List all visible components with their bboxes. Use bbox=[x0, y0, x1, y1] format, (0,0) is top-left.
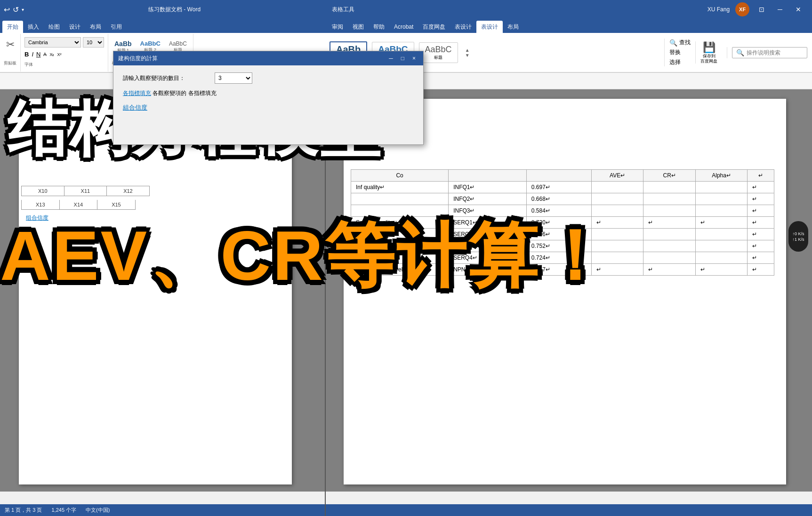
th-item bbox=[449, 170, 527, 182]
clipboard-label: 剪贴板 bbox=[4, 60, 16, 66]
table-row: SERQ3↵ 0.752↵ ↵ bbox=[351, 240, 774, 252]
word-count: 1,245 个字 bbox=[51, 507, 76, 514]
title-bar-right: 表格工具 XU Fang XF ⊡ ─ ✕ bbox=[325, 0, 812, 19]
cell-loading-serq2: 0.696↵ bbox=[526, 229, 591, 240]
right-data-table: Co AVE↵ CR↵ Alpha↵ ↵ Inf quality↵ INFQ1↵… bbox=[351, 169, 774, 276]
subscript-btn[interactable]: X₂ bbox=[49, 52, 54, 57]
cell-loading-serq4: 0.724↵ bbox=[526, 252, 591, 264]
italic-btn[interactable]: I bbox=[32, 51, 33, 58]
cell-loading-infq2: 0.668↵ bbox=[526, 193, 591, 205]
cut-icon[interactable]: ✂ bbox=[6, 39, 15, 51]
cell-construct-serq4 bbox=[351, 252, 449, 264]
cell-ave-serq2 bbox=[591, 229, 643, 240]
cell-extra-serq2: ↵ bbox=[748, 229, 774, 240]
cell-ave-npn1: ↵ bbox=[591, 264, 643, 276]
window-title: 练习数据文档 - Word bbox=[24, 6, 325, 14]
select-btn[interactable]: 选择 bbox=[669, 58, 691, 66]
tab-references[interactable]: 引用 bbox=[106, 21, 127, 33]
dialog-row-1: 請輸入觀察變項的數目： 3 4 5 bbox=[123, 72, 414, 84]
tab-draw[interactable]: 绘图 bbox=[44, 21, 64, 33]
search-input[interactable] bbox=[747, 49, 803, 56]
table-row: INFQ3↵ 0.584↵ ↵ bbox=[351, 205, 774, 217]
th-ave: AVE↵ bbox=[591, 170, 643, 182]
bold-btn[interactable]: B bbox=[24, 51, 29, 58]
tab-design[interactable]: 设计 bbox=[64, 21, 85, 33]
underline-btn[interactable]: N bbox=[36, 51, 40, 58]
minimize-win-icon[interactable]: ─ bbox=[774, 6, 786, 13]
col-subheader-x13: X13 bbox=[21, 200, 60, 210]
style-box-3[interactable]: AaBbC 标题 bbox=[419, 42, 458, 63]
cell-cr-serq4 bbox=[643, 252, 695, 264]
cell-construct-serq: Service quality↵ bbox=[351, 217, 449, 229]
cell-item-npn1: NPN1↵ bbox=[449, 264, 527, 276]
ribbon-tabs-left: 开始 插入 绘图 设计 布局 引用 bbox=[0, 19, 325, 33]
tab-home[interactable]: 开始 bbox=[2, 21, 23, 33]
tab-view[interactable]: 帮助 bbox=[369, 21, 389, 33]
cell-construct-infq3 bbox=[351, 205, 449, 217]
find-btn[interactable]: 🔍 查找 bbox=[669, 39, 691, 47]
styles-scroll[interactable]: ▲ ▼ bbox=[463, 39, 472, 67]
restore-icon[interactable]: ⊡ bbox=[755, 6, 768, 13]
cell-alpha-serq1: ↵ bbox=[695, 217, 747, 229]
language-indicator: 中文(中国) bbox=[86, 507, 110, 514]
cell-alpha-infq2 bbox=[695, 193, 747, 205]
tab-insert[interactable]: 插入 bbox=[23, 21, 44, 33]
save-baidu-btn[interactable]: 💾 保存到百度网盘 bbox=[695, 41, 722, 64]
user-avatar: XF bbox=[735, 2, 749, 16]
th-alpha: Alpha↵ bbox=[695, 170, 747, 182]
scroll-speed-indicator: ↑0 K/s ↑1 K/s bbox=[788, 221, 808, 252]
cell-item-serq1: SERQ1↵ bbox=[449, 217, 527, 229]
cell-extra-serq3: ↵ bbox=[748, 240, 774, 252]
table-subheader-row: X13 X14 X15 bbox=[21, 200, 136, 210]
tab-baidu[interactable]: 表设计 bbox=[450, 21, 476, 33]
col-subheader-x15: X15 bbox=[97, 200, 136, 210]
hezu-link[interactable]: 组合信度 bbox=[26, 214, 48, 222]
table-row: Service quality↵ SERQ1↵ 0.720↵ ↵ ↵ ↵ ↵ bbox=[351, 217, 774, 229]
dialog-maximize-btn[interactable]: □ bbox=[398, 55, 407, 62]
cell-cr-infq2 bbox=[643, 193, 695, 205]
col-header-x12: X12 bbox=[107, 186, 150, 196]
font-name-select[interactable]: Cambria bbox=[24, 37, 81, 48]
col-subheader-x14: X14 bbox=[60, 200, 98, 210]
dialog-title-bar: 建构信度的計算 ─ □ × bbox=[113, 51, 423, 65]
tab-table-layout[interactable]: 布局 bbox=[503, 21, 523, 33]
close-win-icon[interactable]: ✕ bbox=[792, 6, 805, 13]
tab-table-design[interactable]: 表设计 bbox=[476, 21, 503, 33]
th-cr: CR↵ bbox=[643, 170, 695, 182]
doc-page-left: X10 X11 X12 X13 X14 X15 组合信度 bbox=[19, 99, 292, 484]
dialog-hedu-link[interactable]: 組合信度 bbox=[123, 104, 147, 111]
cell-extra-infq3: ↵ bbox=[748, 205, 774, 217]
dialog-input-count[interactable]: 3 4 5 bbox=[215, 72, 252, 84]
tab-review[interactable]: 视图 bbox=[348, 21, 369, 33]
cell-extra-infq1: ↵ bbox=[748, 182, 774, 193]
th-construct: Co bbox=[351, 170, 449, 182]
tab-acrobat[interactable]: 百度网盘 bbox=[418, 21, 450, 33]
th-loading bbox=[526, 170, 591, 182]
replace-btn[interactable]: 替换 bbox=[669, 48, 691, 56]
dialog-minimize-btn[interactable]: ─ bbox=[386, 55, 396, 62]
dialog-body: 請輸入觀察變項的數目： 3 4 5 各指標填充 各觀察變項的 各指標填充 組合信… bbox=[113, 65, 423, 119]
cell-alpha-serq3 bbox=[695, 240, 747, 252]
col-header-x11: X11 bbox=[64, 186, 107, 196]
dialog-controls: ─ □ × bbox=[386, 55, 418, 62]
tab-help[interactable]: Acrobat bbox=[389, 21, 418, 33]
user-area: XU Fang XF ⊡ ─ ✕ bbox=[707, 2, 805, 16]
superscript-btn[interactable]: X² bbox=[57, 52, 61, 57]
cell-construct-serq3 bbox=[351, 240, 449, 252]
tab-layout[interactable]: 布局 bbox=[85, 21, 106, 33]
tab-mailings[interactable]: 审阅 bbox=[327, 21, 348, 33]
font-size-select[interactable]: 10 bbox=[83, 37, 104, 48]
strikethrough-btn[interactable]: A̶ bbox=[43, 52, 47, 57]
undo-icon[interactable]: ↩ bbox=[4, 5, 10, 14]
dialog-link-2[interactable]: 各指標填充 bbox=[123, 90, 151, 96]
doc-page-right: Co AVE↵ CR↵ Alpha↵ ↵ Inf quality↵ INFQ1↵… bbox=[344, 99, 786, 484]
dialog-close-btn[interactable]: × bbox=[410, 55, 418, 62]
cell-extra-infq2: ↵ bbox=[748, 193, 774, 205]
cell-ave-infq1 bbox=[591, 182, 643, 193]
cell-item-infq1: INFQ1↵ bbox=[449, 182, 527, 193]
cell-loading-npn1: 0.757↵ bbox=[526, 264, 591, 276]
cell-alpha-infq1 bbox=[695, 182, 747, 193]
cell-construct-serq2 bbox=[351, 229, 449, 240]
refresh-icon[interactable]: ↺ bbox=[13, 5, 19, 14]
title-bar-left: ↩ ↺ ▾ 练习数据文档 - Word bbox=[0, 0, 325, 19]
